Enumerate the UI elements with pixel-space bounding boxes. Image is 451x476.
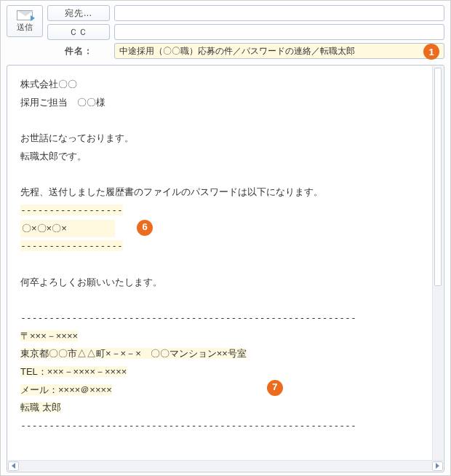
chevron-right-icon: [436, 463, 439, 469]
cc-input[interactable]: [114, 24, 444, 40]
badge-1: 1: [423, 44, 439, 60]
scroll-thumb[interactable]: [434, 68, 442, 286]
to-button[interactable]: 宛先…: [47, 5, 110, 21]
body-line: お世話になっております。: [20, 130, 431, 148]
send-arrow-icon: [31, 15, 35, 21]
subject-label: 件名：: [47, 45, 110, 57]
scroll-right-button[interactable]: [432, 461, 443, 471]
subject-input[interactable]: 中途採用（〇〇職）応募の件／パスワードの連絡／転職太郎 1: [114, 43, 444, 59]
dash-line: ------------------: [20, 240, 123, 251]
horizontal-scrollbar[interactable]: [8, 460, 443, 471]
sig-line: メール：××××＠××××: [20, 384, 112, 395]
sig-line: 転職 太郎: [20, 402, 61, 413]
badge-6: 6: [137, 220, 153, 236]
compose-window: 送信 宛先… ＣＣ 件名： 中途採用（〇〇職）応募の件／パスワードの連絡／転職太…: [0, 0, 451, 476]
send-label: 送信: [17, 22, 33, 33]
body-line: 何卒よろしくお願いいたします。: [20, 274, 431, 292]
dash-line: ------------------: [20, 205, 123, 215]
sig-line: TEL：×××－××××－××××: [20, 366, 127, 377]
body-line: 転職太郎です。: [20, 148, 431, 166]
envelope-icon: [17, 10, 33, 20]
sig-line: 〒×××－××××: [20, 330, 78, 341]
vertical-scrollbar[interactable]: [432, 66, 443, 460]
body-content[interactable]: 株式会社〇〇 採用ご担当 〇〇様 お世話になっております。 転職太郎です。 先程…: [7, 66, 444, 460]
password-value: 〇×〇×〇×: [20, 220, 115, 238]
to-input[interactable]: [114, 5, 444, 21]
body-line: 採用ご担当 〇〇様: [20, 94, 431, 112]
body-line: 先程、送付しました履歴書のファイルのパスワードは以下になります。: [20, 183, 431, 202]
subject-text: 中途採用（〇〇職）応募の件／パスワードの連絡／転職太郎: [119, 45, 355, 57]
header: 送信 宛先… ＣＣ 件名： 中途採用（〇〇職）応募の件／パスワードの連絡／転職太…: [1, 1, 450, 62]
dash-line: ----------------------------------------…: [20, 417, 431, 435]
body-area: 株式会社〇〇 採用ご担当 〇〇様 お世話になっております。 転職太郎です。 先程…: [7, 65, 444, 472]
sig-line: 東京都〇〇市△△町×－×－× 〇〇マンション××号室: [20, 348, 247, 359]
scroll-left-button[interactable]: [8, 461, 19, 471]
badge-7: 7: [267, 380, 283, 396]
chevron-left-icon: [12, 463, 15, 469]
send-button[interactable]: 送信: [7, 5, 43, 37]
cc-button[interactable]: ＣＣ: [47, 24, 110, 40]
dash-line: ----------------------------------------…: [20, 309, 431, 328]
body-line: 株式会社〇〇: [20, 76, 431, 94]
signature-block: 〒×××－×××× 東京都〇〇市△△町×－×－× 〇〇マンション××号室 TEL…: [20, 328, 247, 417]
send-cell: 送信: [7, 5, 43, 40]
